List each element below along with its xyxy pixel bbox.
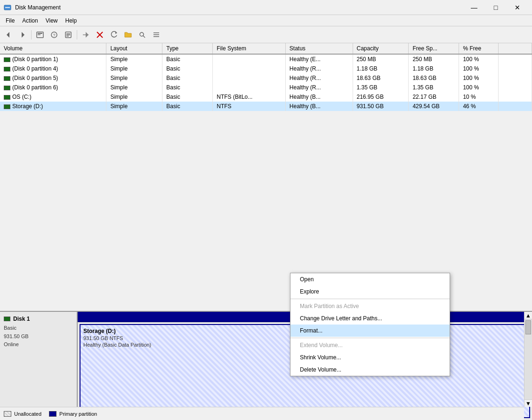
search-icon xyxy=(138,31,146,39)
svg-rect-22 xyxy=(153,36,159,37)
col-extra xyxy=(498,43,532,54)
cell-volume: (Disk 0 partition 6) xyxy=(0,83,106,92)
context-menu-item-extend-volume---: Extend Volume... xyxy=(290,339,450,351)
col-capacity[interactable]: Capacity xyxy=(353,43,409,54)
scrollbar-vertical[interactable]: ▲ ▼ xyxy=(524,312,532,407)
cell-filesystem: NTFS xyxy=(213,102,286,111)
console-button[interactable] xyxy=(33,28,47,41)
console-icon xyxy=(36,31,44,39)
disk-table-area[interactable]: Volume Layout Type File System Status Ca… xyxy=(0,43,532,312)
maximize-button[interactable]: □ xyxy=(485,0,507,15)
col-volume[interactable]: Volume xyxy=(0,43,106,54)
col-layout[interactable]: Layout xyxy=(106,43,162,54)
cell-volume: (Disk 0 partition 1) xyxy=(0,54,106,64)
svg-marker-3 xyxy=(22,32,24,38)
cell-status: Healthy (R... xyxy=(285,83,353,92)
refresh-icon xyxy=(110,31,118,39)
scroll-down-button[interactable]: ▼ xyxy=(524,399,532,407)
svg-rect-21 xyxy=(153,34,159,35)
window-controls: — □ ✕ xyxy=(463,0,528,15)
legend-primary: Primary partition xyxy=(49,411,97,417)
primary-swatch xyxy=(49,411,56,417)
cell-capacity: 1.35 GB xyxy=(353,83,409,92)
disk-view: Disk 1 Basic 931.50 GB Online Storage (D… xyxy=(0,312,532,420)
svg-rect-10 xyxy=(66,33,70,34)
col-percentfree[interactable]: % Free xyxy=(459,43,498,54)
svg-rect-20 xyxy=(153,32,159,33)
help-button[interactable]: ? xyxy=(48,28,61,41)
legend-unallocated-label: Unallocated xyxy=(14,411,41,417)
cell-type: Basic xyxy=(162,73,213,83)
cell-freespace: 18.63 GB xyxy=(409,73,459,83)
svg-line-19 xyxy=(143,36,145,38)
folder-button[interactable] xyxy=(121,28,135,41)
cell-type: Basic xyxy=(162,92,213,102)
col-freespace[interactable]: Free Sp... xyxy=(409,43,459,54)
context-menu-item-explore[interactable]: Explore xyxy=(290,285,450,298)
main-content: Volume Layout Type File System Status Ca… xyxy=(0,43,532,420)
disk-label-icon xyxy=(4,317,10,321)
cell-freespace: 22.17 GB xyxy=(409,92,459,102)
svg-marker-17 xyxy=(115,32,117,34)
table-row[interactable]: (Disk 0 partition 5) Simple Basic Health… xyxy=(0,73,532,83)
connect-button[interactable] xyxy=(79,28,92,41)
table-row[interactable]: OS (C:) Simple Basic NTFS (BitLo... Heal… xyxy=(0,92,532,102)
context-menu-item-delete-volume---[interactable]: Delete Volume... xyxy=(290,364,450,376)
toolbar-separator-1 xyxy=(31,30,32,40)
cell-extra xyxy=(498,102,532,111)
app-icon xyxy=(4,4,11,11)
menu-help[interactable]: Help xyxy=(62,16,81,26)
cell-type: Basic xyxy=(162,54,213,64)
forward-button[interactable] xyxy=(16,28,29,41)
refresh-button[interactable] xyxy=(107,28,121,41)
context-menu-item-open[interactable]: Open xyxy=(290,273,450,285)
search-button[interactable] xyxy=(136,28,149,41)
cell-capacity: 931.50 GB xyxy=(353,102,409,111)
cell-type: Basic xyxy=(162,64,213,73)
menu-file[interactable]: File xyxy=(2,16,18,26)
context-menu-item-format---[interactable]: Format... xyxy=(290,325,450,337)
col-filesystem[interactable]: File System xyxy=(213,43,286,54)
properties-button[interactable] xyxy=(62,28,75,41)
table-row[interactable]: Storage (D:) Simple Basic NTFS Healthy (… xyxy=(0,102,532,111)
legend-unallocated: Unallocated xyxy=(4,411,41,417)
back-button[interactable] xyxy=(2,28,15,41)
scroll-thumb[interactable] xyxy=(525,320,531,334)
settings-button[interactable] xyxy=(150,28,163,41)
cell-freespace: 1.18 GB xyxy=(409,64,459,73)
minimize-button[interactable]: — xyxy=(463,0,485,15)
cell-extra xyxy=(498,54,532,64)
disk-label-panel: Disk 1 Basic 931.50 GB Online xyxy=(0,312,78,420)
connect-icon xyxy=(82,31,89,39)
scroll-track xyxy=(524,319,532,399)
table-row[interactable]: (Disk 0 partition 1) Simple Basic Health… xyxy=(0,54,532,64)
context-menu: OpenExploreMark Partition as ActiveChang… xyxy=(290,273,450,376)
cell-extra xyxy=(498,64,532,73)
scroll-up-button[interactable]: ▲ xyxy=(524,312,532,319)
menu-bar: File Action View Help xyxy=(0,15,532,26)
context-menu-item-change-drive-letter-and-paths---[interactable]: Change Drive Letter and Paths... xyxy=(290,312,450,325)
context-menu-item-shrink-volume---[interactable]: Shrink Volume... xyxy=(290,351,450,364)
table-row[interactable]: (Disk 0 partition 6) Simple Basic Health… xyxy=(0,83,532,92)
svg-rect-6 xyxy=(38,34,40,35)
settings-icon xyxy=(153,31,160,39)
cell-volume: (Disk 0 partition 4) xyxy=(0,64,106,73)
cell-layout: Simple xyxy=(106,83,162,92)
cell-type: Basic xyxy=(162,83,213,92)
cell-extra xyxy=(498,73,532,83)
cell-extra xyxy=(498,92,532,102)
help-icon: ? xyxy=(50,31,58,39)
svg-text:?: ? xyxy=(53,33,55,38)
cell-percentfree: 10 % xyxy=(459,92,498,102)
close-button[interactable]: ✕ xyxy=(507,0,528,15)
cell-layout: Simple xyxy=(106,73,162,83)
col-type[interactable]: Type xyxy=(162,43,213,54)
menu-action[interactable]: Action xyxy=(18,16,41,26)
table-row[interactable]: (Disk 0 partition 4) Simple Basic Health… xyxy=(0,64,532,73)
context-menu-separator xyxy=(290,338,450,338)
delete-button[interactable] xyxy=(93,28,106,41)
disk-info: Basic 931.50 GB Online xyxy=(4,324,73,349)
legend-primary-label: Primary partition xyxy=(59,411,97,417)
menu-view[interactable]: View xyxy=(42,16,62,26)
col-status[interactable]: Status xyxy=(285,43,353,54)
